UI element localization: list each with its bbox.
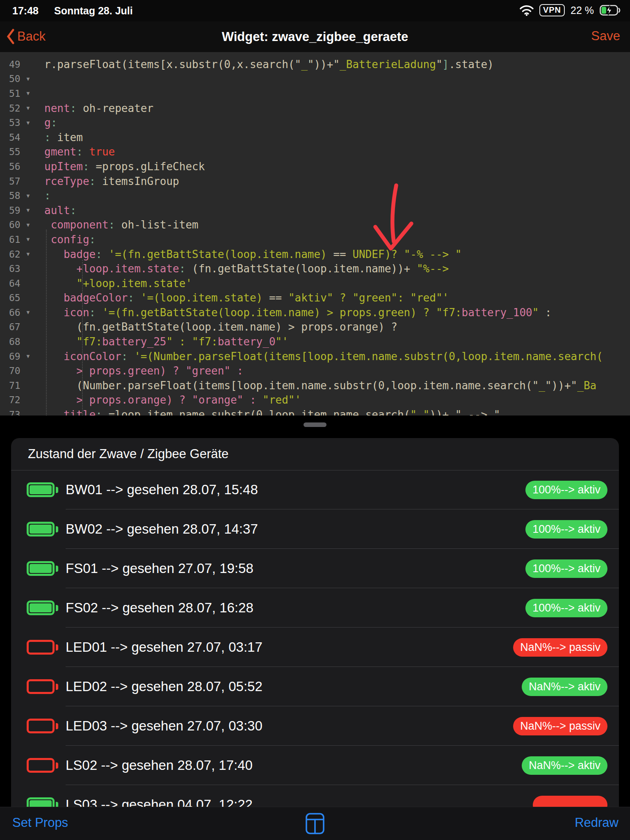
code-line[interactable]: 66▼ icon: '=(fn.getBattState(loop.item.n… bbox=[0, 305, 630, 320]
status-badge: 100%--> aktiv bbox=[525, 559, 607, 578]
code-text: component: oh-list-item bbox=[44, 219, 199, 231]
code-text: > props.green) ? "green" : bbox=[44, 365, 243, 377]
vpn-badge: VPN bbox=[539, 4, 565, 16]
drag-handle[interactable] bbox=[304, 422, 326, 427]
status-badge: 100%--> aktiv bbox=[525, 599, 607, 617]
battery-icon bbox=[11, 758, 66, 773]
fold-arrow-icon[interactable]: ▼ bbox=[25, 251, 44, 257]
line-number: 65 bbox=[0, 292, 25, 303]
wifi-icon bbox=[520, 5, 534, 16]
list-item-label: LED01 --> gesehen 27.07, 03:17 bbox=[66, 639, 513, 655]
bottom-toolbar: Set Props Redraw bbox=[0, 807, 630, 840]
status-badge: 100%--> aktiv bbox=[525, 520, 607, 539]
battery-icon bbox=[11, 679, 66, 694]
code-line[interactable]: 64 "+loop.item.state' bbox=[0, 276, 630, 291]
list-item[interactable]: BW01 --> gesehen 28.07, 15:48100%--> akt… bbox=[11, 470, 619, 509]
code-line[interactable]: 57rceType: itemsInGroup bbox=[0, 174, 630, 189]
widget-preview-sheet: Zustand der Zwave / Zigbee Geräte BW01 -… bbox=[11, 438, 619, 840]
code-line[interactable]: 67 (fn.getBattState(loop.item.name) > pr… bbox=[0, 320, 630, 335]
code-editor[interactable]: 49r.parseFloat(items[x.substr(0,x.search… bbox=[0, 52, 630, 415]
fold-arrow-icon[interactable]: ▼ bbox=[25, 105, 44, 111]
indent-guide bbox=[82, 260, 83, 415]
code-line[interactable]: 51▼ bbox=[0, 86, 630, 101]
status-badge: 100%--> aktiv bbox=[525, 481, 607, 499]
list-item-label: LED02 --> gesehen 28.07, 05:52 bbox=[66, 679, 522, 694]
code-line[interactable]: 58▼: bbox=[0, 188, 630, 203]
list-item[interactable]: LED02 --> gesehen 28.07, 05:52NaN%--> ak… bbox=[11, 667, 619, 706]
line-number: 54 bbox=[0, 132, 25, 143]
code-text: nent: oh-repeater bbox=[44, 102, 153, 114]
code-line[interactable]: 71 (Number.parseFloat(items[loop.item.na… bbox=[0, 378, 630, 393]
fold-arrow-icon[interactable]: ▼ bbox=[25, 237, 44, 242]
battery-icon bbox=[11, 482, 66, 497]
redraw-button[interactable]: Redraw bbox=[575, 815, 619, 830]
line-number: 63 bbox=[0, 263, 25, 274]
code-line[interactable]: 59▼ault: bbox=[0, 203, 630, 218]
fold-arrow-icon[interactable]: ▼ bbox=[25, 354, 44, 359]
line-number: 73 bbox=[0, 409, 25, 415]
code-text: gment: true bbox=[44, 146, 115, 158]
line-number: 59 bbox=[0, 205, 25, 216]
line-number: 60 bbox=[0, 219, 25, 230]
line-number: 70 bbox=[0, 365, 25, 376]
code-line[interactable]: 72 > props.orange) ? "orange" : "red"' bbox=[0, 393, 630, 408]
list-item[interactable]: FS01 --> gesehen 27.07, 19:58100%--> akt… bbox=[11, 549, 619, 588]
fold-arrow-icon[interactable]: ▼ bbox=[25, 91, 44, 96]
fold-arrow-icon[interactable]: ▼ bbox=[25, 208, 44, 213]
code-line[interactable]: 73 title: =loop.item.name.substr(0,loop.… bbox=[0, 407, 630, 415]
layout-button[interactable] bbox=[306, 813, 324, 836]
battery-percent-label: 22 % bbox=[571, 5, 594, 16]
code-line[interactable]: 49r.parseFloat(items[x.substr(0,x.search… bbox=[0, 57, 630, 72]
line-number: 53 bbox=[0, 117, 25, 128]
code-line[interactable]: 53▼g: bbox=[0, 115, 630, 130]
code-line[interactable]: 50▼ bbox=[0, 72, 630, 87]
code-text: (fn.getBattState(loop.item.name) > props… bbox=[44, 321, 397, 333]
code-line[interactable]: 70 > props.green) ? "green" : bbox=[0, 363, 630, 378]
code-line[interactable]: 56upItem: =props.gLifeCheck bbox=[0, 159, 630, 174]
code-line[interactable]: 54: item bbox=[0, 130, 630, 145]
status-badge: NaN%--> passiv bbox=[513, 638, 607, 657]
list-item[interactable]: LS02 --> gesehen 28.07, 17:40NaN%--> akt… bbox=[11, 746, 619, 785]
list-item[interactable]: BW02 --> gesehen 28.07, 14:37100%--> akt… bbox=[11, 509, 619, 549]
code-line[interactable]: 52▼nent: oh-repeater bbox=[0, 101, 630, 116]
set-props-button[interactable]: Set Props bbox=[12, 815, 68, 830]
list-item[interactable]: LED01 --> gesehen 27.07, 03:17NaN%--> pa… bbox=[11, 628, 619, 667]
code-text: g: bbox=[44, 116, 57, 129]
fold-arrow-icon[interactable]: ▼ bbox=[25, 120, 44, 126]
code-line[interactable]: 60▼ component: oh-list-item bbox=[0, 218, 630, 233]
line-number: 69 bbox=[0, 351, 25, 362]
line-number: 67 bbox=[0, 322, 25, 332]
code-text: badge: '=(fn.getBattState(loop.item.name… bbox=[44, 248, 462, 260]
fold-arrow-icon[interactable]: ▼ bbox=[25, 193, 44, 199]
fold-arrow-icon[interactable]: ▼ bbox=[25, 222, 44, 228]
line-number: 55 bbox=[0, 146, 25, 157]
widget-title: Zustand der Zwave / Zigbee Geräte bbox=[28, 438, 228, 470]
battery-icon bbox=[11, 561, 66, 576]
code-line[interactable]: 61▼ config: bbox=[0, 232, 630, 247]
code-line[interactable]: 65 badgeColor: '=(loop.item.state) == "a… bbox=[0, 291, 630, 306]
battery-icon bbox=[11, 640, 66, 655]
code-line[interactable]: 63 +loop.item.state: (fn.getBattState(lo… bbox=[0, 261, 630, 276]
save-button[interactable]: Save bbox=[591, 29, 620, 43]
list-item[interactable]: LED03 --> gesehen 27.07, 03:30NaN%--> pa… bbox=[11, 706, 619, 746]
fold-arrow-icon[interactable]: ▼ bbox=[25, 76, 44, 82]
list-item-label: BW01 --> gesehen 28.07, 15:48 bbox=[66, 482, 525, 498]
code-text: badgeColor: '=(loop.item.state) == "akti… bbox=[44, 292, 449, 304]
line-number: 57 bbox=[0, 176, 25, 187]
fold-arrow-icon[interactable]: ▼ bbox=[25, 310, 44, 315]
code-line[interactable]: 68 "f7:battery_25" : "f7:battery_0"' bbox=[0, 334, 630, 349]
list-item-label: BW02 --> gesehen 28.07, 14:37 bbox=[66, 521, 525, 537]
code-lines: 49r.parseFloat(items[x.substr(0,x.search… bbox=[0, 57, 630, 415]
code-text: title: =loop.item.name.substr(0,loop.ite… bbox=[44, 409, 500, 415]
code-text: (Number.parseFloat(items[loop.item.name.… bbox=[44, 379, 596, 392]
code-line[interactable]: 62▼ badge: '=(fn.getBattState(loop.item.… bbox=[0, 247, 630, 262]
code-text: upItem: =props.gLifeCheck bbox=[44, 160, 205, 173]
device-list: BW01 --> gesehen 28.07, 15:48100%--> akt… bbox=[11, 470, 619, 824]
code-text: +loop.item.state: (fn.getBattState(loop.… bbox=[44, 262, 449, 275]
line-number: 52 bbox=[0, 103, 25, 114]
list-item-label: FS02 --> gesehen 28.07, 16:28 bbox=[66, 600, 525, 616]
list-item[interactable]: FS02 --> gesehen 28.07, 16:28100%--> akt… bbox=[11, 588, 619, 628]
code-line[interactable]: 55gment: true bbox=[0, 145, 630, 160]
line-number: 49 bbox=[0, 59, 25, 70]
code-line[interactable]: 69▼ iconColor: '=(Number.parseFloat(item… bbox=[0, 349, 630, 364]
